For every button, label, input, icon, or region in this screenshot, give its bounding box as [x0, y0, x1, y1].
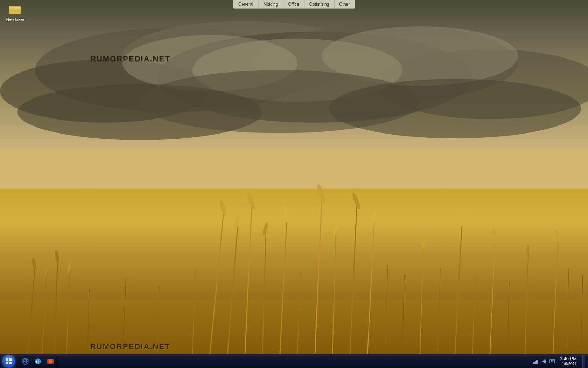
tab-office[interactable]: Office	[283, 0, 304, 8]
taskbar-icon-ie[interactable]: e	[32, 356, 43, 367]
tray-volume-icon[interactable]	[540, 358, 547, 365]
svg-rect-83	[533, 362, 535, 364]
show-desktop-button[interactable]	[582, 355, 585, 368]
svg-rect-68	[6, 362, 8, 364]
svg-rect-66	[6, 358, 8, 361]
svg-rect-69	[9, 362, 12, 364]
tab-other[interactable]: Other	[334, 0, 355, 8]
start-button[interactable]	[0, 354, 18, 368]
svg-rect-65	[9, 7, 21, 9]
taskbar: e	[0, 354, 588, 368]
svg-rect-84	[535, 361, 536, 364]
watermark-bottom: RUMORPEDIA.NET	[90, 342, 170, 351]
clock-time: 3:40 PM	[560, 356, 577, 362]
start-orb	[2, 355, 15, 368]
clock[interactable]: 3:40 PM 1/9/2011	[557, 356, 580, 366]
svg-marker-86	[542, 359, 545, 363]
system-tray: 3:40 PM 1/9/2011	[529, 354, 588, 368]
field-layer	[0, 189, 588, 354]
svg-rect-82	[49, 361, 52, 363]
wallpaper: RUMORPEDIA.NET RUMORPEDIA.NET	[0, 0, 588, 368]
taskbar-icon-outlook[interactable]	[45, 356, 56, 367]
svg-rect-87	[550, 359, 555, 363]
taskbar-icon-network[interactable]	[20, 356, 31, 367]
desktop-icon-new-folder[interactable]: New folder	[3, 3, 28, 22]
svg-text:e: e	[36, 360, 38, 363]
tray-network-icon[interactable]	[532, 358, 539, 365]
svg-rect-85	[536, 360, 538, 364]
tab-general[interactable]: General	[233, 0, 259, 8]
tray-action-center-icon[interactable]	[549, 358, 556, 365]
svg-rect-67	[9, 358, 12, 361]
folder-label: New folder	[6, 17, 25, 22]
quick-launch: e	[18, 354, 58, 368]
tab-optimizing[interactable]: Optimizing	[304, 0, 335, 8]
folder-icon	[9, 3, 22, 15]
top-toolbar: General Midding Office Optimizing Other	[233, 0, 355, 9]
watermark-center: RUMORPEDIA.NET	[90, 54, 170, 63]
clock-date: 1/9/2011	[562, 362, 577, 366]
tab-midding[interactable]: Midding	[258, 0, 283, 8]
